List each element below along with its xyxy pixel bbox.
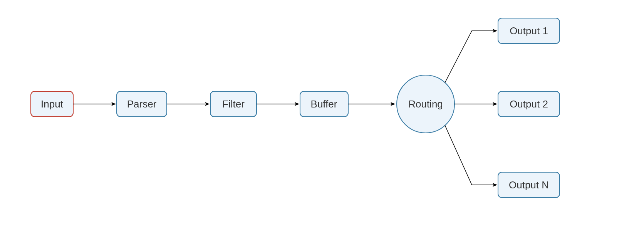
node-output2-label: Output 2 xyxy=(510,98,548,110)
node-routing: Routing xyxy=(397,75,454,133)
node-filter-label: Filter xyxy=(222,98,245,110)
node-output2: Output 2 xyxy=(498,91,560,117)
edge-routing-out1 xyxy=(445,31,497,83)
pipeline-diagram: Input Parser Filter Buffer Routing Outpu… xyxy=(0,0,644,245)
edge-routing-outn xyxy=(445,125,497,185)
node-filter: Filter xyxy=(210,91,257,117)
node-parser-label: Parser xyxy=(127,98,157,110)
node-input-label: Input xyxy=(41,98,64,110)
node-parser: Parser xyxy=(117,91,167,117)
node-outputn-label: Output N xyxy=(509,179,549,191)
node-outputn: Output N xyxy=(498,172,560,198)
node-input: Input xyxy=(31,91,73,117)
node-routing-label: Routing xyxy=(408,98,443,110)
node-output1: Output 1 xyxy=(498,18,560,44)
node-buffer-label: Buffer xyxy=(311,98,337,110)
node-buffer: Buffer xyxy=(300,91,348,117)
node-output1-label: Output 1 xyxy=(510,25,548,37)
